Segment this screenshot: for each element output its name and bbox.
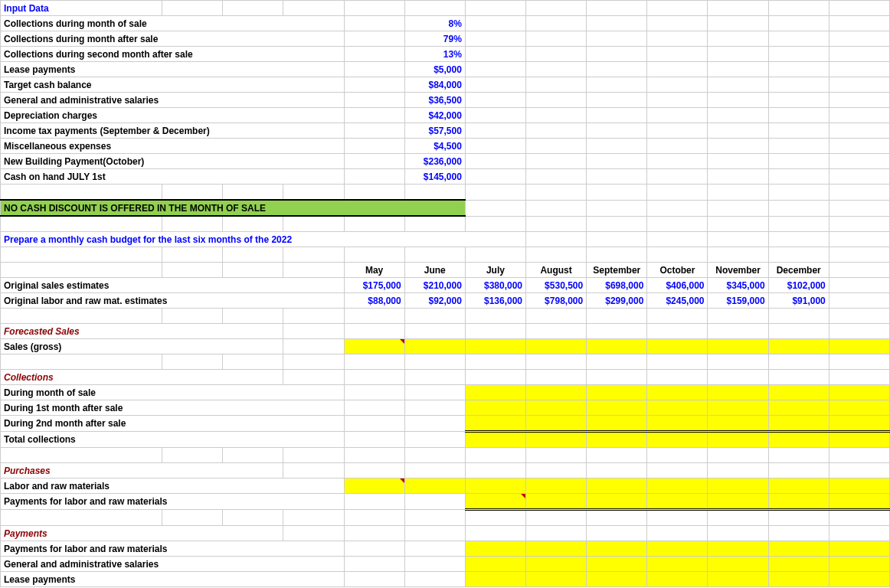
cell[interactable] xyxy=(829,572,889,587)
cell[interactable] xyxy=(647,400,708,416)
cell[interactable] xyxy=(465,557,525,572)
cell[interactable] xyxy=(465,432,525,448)
cell[interactable] xyxy=(768,416,829,432)
cell[interactable] xyxy=(404,479,465,494)
cell[interactable] xyxy=(587,432,647,448)
cell[interactable] xyxy=(829,339,889,354)
cell[interactable]: $92,000 xyxy=(404,293,465,309)
cell[interactable] xyxy=(829,494,889,510)
cell[interactable] xyxy=(768,541,829,557)
cell[interactable] xyxy=(647,385,708,400)
cell[interactable]: $102,000 xyxy=(768,278,829,293)
cell[interactable] xyxy=(708,339,768,354)
cell[interactable] xyxy=(526,339,587,354)
cell[interactable] xyxy=(829,385,889,400)
cell[interactable] xyxy=(647,557,708,572)
cell[interactable]: $345,000 xyxy=(708,278,768,293)
cell[interactable] xyxy=(829,416,889,432)
cell[interactable] xyxy=(708,432,768,448)
cell[interactable] xyxy=(465,385,525,400)
input-row-value[interactable]: $36,500 xyxy=(404,93,465,108)
cell[interactable] xyxy=(647,479,708,494)
cell[interactable] xyxy=(647,432,708,448)
cell[interactable] xyxy=(708,479,768,494)
spreadsheet[interactable]: Input Data Collections during month of s… xyxy=(0,0,890,587)
input-row-value[interactable]: $236,000 xyxy=(404,154,465,169)
cell[interactable] xyxy=(647,339,708,354)
cell[interactable] xyxy=(768,494,829,510)
cell[interactable] xyxy=(829,432,889,448)
cell[interactable] xyxy=(526,557,587,572)
cell[interactable] xyxy=(647,416,708,432)
cell[interactable] xyxy=(526,572,587,587)
cell[interactable]: $159,000 xyxy=(708,293,768,309)
input-row-value[interactable]: $4,500 xyxy=(404,139,465,154)
cell[interactable] xyxy=(526,541,587,557)
cell[interactable] xyxy=(768,557,829,572)
cell[interactable]: $136,000 xyxy=(465,293,525,309)
cell[interactable] xyxy=(587,339,647,354)
cell[interactable] xyxy=(587,479,647,494)
cell[interactable] xyxy=(768,432,829,448)
input-row-value[interactable]: 79% xyxy=(404,31,465,47)
sheet-table[interactable]: Input Data Collections during month of s… xyxy=(0,0,890,587)
cell[interactable] xyxy=(587,400,647,416)
cell[interactable] xyxy=(465,416,525,432)
cell[interactable]: $698,000 xyxy=(587,278,647,293)
cell[interactable] xyxy=(829,557,889,572)
cell[interactable]: $91,000 xyxy=(768,293,829,309)
cell[interactable]: $798,000 xyxy=(526,293,587,309)
input-row-value[interactable]: $42,000 xyxy=(404,108,465,123)
cell[interactable] xyxy=(829,400,889,416)
cell[interactable] xyxy=(708,572,768,587)
cell[interactable] xyxy=(526,479,587,494)
cell[interactable] xyxy=(465,479,525,494)
cell[interactable]: $88,000 xyxy=(344,293,404,309)
cell[interactable] xyxy=(708,541,768,557)
cell[interactable] xyxy=(647,541,708,557)
cell[interactable] xyxy=(647,572,708,587)
input-row-value[interactable]: $84,000 xyxy=(404,77,465,93)
input-row-value[interactable]: 8% xyxy=(404,16,465,31)
cell[interactable]: $175,000 xyxy=(344,278,404,293)
cell[interactable]: $530,500 xyxy=(526,278,587,293)
cell[interactable] xyxy=(829,541,889,557)
cell[interactable]: $380,000 xyxy=(465,278,525,293)
cell[interactable] xyxy=(829,479,889,494)
cell[interactable] xyxy=(708,416,768,432)
cell[interactable] xyxy=(587,385,647,400)
cell[interactable] xyxy=(768,339,829,354)
cell[interactable] xyxy=(587,572,647,587)
cell[interactable] xyxy=(708,400,768,416)
cell[interactable] xyxy=(768,572,829,587)
cell[interactable] xyxy=(465,541,525,557)
cell[interactable] xyxy=(708,557,768,572)
cell[interactable] xyxy=(344,339,404,354)
cell[interactable] xyxy=(526,400,587,416)
cell[interactable] xyxy=(768,479,829,494)
cell[interactable]: $210,000 xyxy=(404,278,465,293)
cell[interactable] xyxy=(587,557,647,572)
cell[interactable] xyxy=(587,541,647,557)
cell[interactable] xyxy=(526,432,587,448)
cell[interactable] xyxy=(526,385,587,400)
cell[interactable] xyxy=(768,385,829,400)
cell[interactable] xyxy=(526,416,587,432)
cell[interactable]: $245,000 xyxy=(647,293,708,309)
cell[interactable]: $299,000 xyxy=(587,293,647,309)
cell[interactable] xyxy=(647,494,708,510)
cell[interactable] xyxy=(404,339,465,354)
cell[interactable]: $406,000 xyxy=(647,278,708,293)
cell[interactable] xyxy=(526,494,587,510)
input-row-value[interactable]: $57,500 xyxy=(404,123,465,139)
cell[interactable] xyxy=(587,416,647,432)
cell[interactable] xyxy=(465,494,525,510)
cell[interactable] xyxy=(768,400,829,416)
input-row-value[interactable]: $5,000 xyxy=(404,62,465,77)
cell[interactable] xyxy=(465,400,525,416)
input-row-value[interactable]: 13% xyxy=(404,47,465,62)
cell[interactable] xyxy=(708,385,768,400)
input-row-value[interactable]: $145,000 xyxy=(404,169,465,185)
cell[interactable] xyxy=(465,572,525,587)
cell[interactable] xyxy=(344,479,404,494)
